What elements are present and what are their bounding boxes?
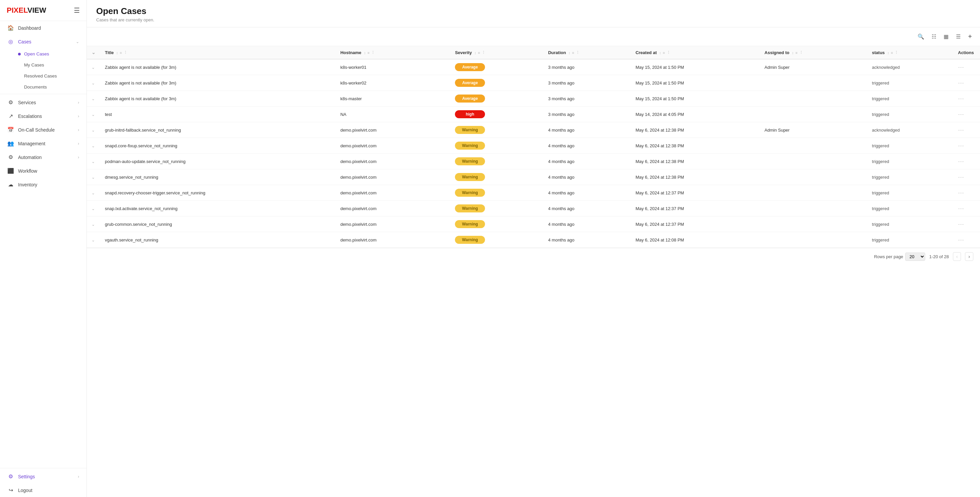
row-actions-button[interactable]: ⋯ — [958, 221, 964, 228]
sidebar-item-dashboard[interactable]: 🏠 Dashboard — [0, 21, 86, 35]
row-actions-button[interactable]: ⋯ — [958, 64, 964, 70]
menu-icon[interactable]: ≡ — [891, 51, 893, 55]
duration-value: 4 months ago — [548, 237, 574, 242]
table-row: ⌄ grub-common.service_not_running demo.p… — [87, 217, 980, 232]
status-value: triggered — [872, 96, 889, 101]
pagination-next-button[interactable]: › — [965, 252, 973, 261]
col-created-at: Created at ↕≡⋮ — [631, 46, 760, 59]
row-expand-icon[interactable]: ⌄ — [92, 81, 95, 86]
hostname-value: NA — [340, 112, 346, 117]
row-expand-icon[interactable]: ⌄ — [92, 191, 95, 195]
sidebar-item-automation[interactable]: ⚙ Automation › — [0, 150, 86, 164]
row-actions-button[interactable]: ⋯ — [958, 205, 964, 212]
sidebar-item-documents[interactable]: Documents — [0, 81, 86, 92]
hamburger-icon[interactable]: ☰ — [74, 6, 80, 14]
table-row: ⌄ Zabbix agent is not available (for 3m)… — [87, 59, 980, 75]
sidebar-item-workflow[interactable]: ⬛ Workflow — [0, 164, 86, 178]
status-value: triggered — [872, 190, 889, 195]
chevron-right-icon: › — [78, 474, 79, 479]
sidebar-item-open-cases[interactable]: Open Cases — [0, 48, 86, 59]
hostname-value: demo.pixelvirt.com — [340, 206, 376, 211]
duration-cell: 4 months ago — [543, 185, 631, 201]
row-expand-icon[interactable]: ⌄ — [92, 97, 95, 101]
more-icon[interactable]: ⋮ — [482, 51, 485, 55]
created-at-value: May 15, 2024 at 1:50 PM — [636, 65, 684, 70]
menu-icon[interactable]: ≡ — [478, 51, 480, 55]
created-at-cell: May 6, 2024 at 12:38 PM — [631, 122, 760, 138]
search-icon[interactable]: 🔍 — [916, 32, 926, 41]
row-actions-button[interactable]: ⋯ — [958, 190, 964, 196]
sidebar-item-label: Automation — [18, 155, 42, 160]
menu-icon[interactable]: ≡ — [120, 51, 122, 55]
row-actions-button[interactable]: ⋯ — [958, 236, 964, 243]
menu-icon[interactable]: ≡ — [572, 51, 574, 55]
row-expand-icon[interactable]: ⌄ — [92, 206, 95, 211]
row-actions-button[interactable]: ⋯ — [958, 174, 964, 180]
sidebar-item-logout[interactable]: ↪ Logout — [0, 483, 86, 497]
sidebar-item-inventory[interactable]: ☁ Inventory — [0, 178, 86, 191]
more-icon[interactable]: ⋮ — [894, 51, 898, 55]
menu-icon[interactable]: ≡ — [368, 51, 369, 55]
expand-cell: ⌄ — [87, 138, 100, 154]
sidebar-item-cases[interactable]: ◎ Cases ⌄ — [0, 35, 86, 48]
more-icon[interactable]: ⋮ — [799, 51, 803, 55]
created-at-value: May 15, 2024 at 1:50 PM — [636, 96, 684, 101]
row-actions-button[interactable]: ⋯ — [958, 95, 964, 102]
sort-icon[interactable]: ↕ — [116, 51, 118, 55]
sort-icon[interactable]: ↕ — [887, 51, 889, 55]
more-icon[interactable]: ⋮ — [371, 51, 375, 55]
row-expand-icon[interactable]: ⌄ — [92, 143, 95, 148]
sort-icon[interactable]: ↕ — [659, 51, 661, 55]
automation-icon: ⚙ — [7, 154, 14, 160]
assigned-to-value: Admin Super — [765, 65, 790, 70]
severity-badge: Average — [455, 94, 485, 102]
logo: PIXELVIEW — [7, 6, 46, 15]
list-icon[interactable]: ☰ — [955, 32, 962, 41]
row-expand-icon[interactable]: ⌄ — [92, 128, 95, 132]
sidebar-item-my-cases[interactable]: My Cases — [0, 59, 86, 70]
sort-icon[interactable]: ↕ — [792, 51, 794, 55]
sidebar-item-settings[interactable]: ⚙ Settings › — [0, 470, 86, 483]
services-icon: ⚙ — [7, 99, 14, 105]
sidebar-subitem-label: Documents — [24, 84, 47, 89]
more-icon[interactable]: ⋮ — [576, 51, 579, 55]
pagination-prev-button[interactable]: ‹ — [953, 252, 961, 261]
sidebar-item-escalations[interactable]: ↗ Escalations › — [0, 109, 86, 123]
severity-badge: Average — [455, 79, 485, 87]
add-icon[interactable]: + — [967, 32, 973, 42]
sort-icon[interactable]: ↕ — [364, 51, 366, 55]
menu-icon[interactable]: ≡ — [795, 51, 797, 55]
sidebar-item-management[interactable]: 👥 Management › — [0, 137, 86, 150]
title-cell: snap.lxd.activate.service_not_running — [100, 201, 336, 217]
more-icon[interactable]: ⋮ — [124, 51, 127, 55]
row-expand-icon[interactable]: ⌄ — [92, 159, 95, 164]
more-icon[interactable]: ⋮ — [667, 51, 670, 55]
cases-table: ⌄ Title ↕≡⋮ Hostname ↕≡⋮ Severity ↕≡⋮ Du… — [87, 46, 980, 248]
actions-cell: ⋯ — [953, 75, 980, 91]
created-at-value: May 6, 2024 at 12:38 PM — [636, 127, 684, 132]
rows-per-page-select[interactable]: 20 50 100 — [905, 253, 925, 261]
row-actions-button[interactable]: ⋯ — [958, 142, 964, 149]
sidebar-item-on-call[interactable]: 📅 On-Call Schedule › — [0, 123, 86, 137]
sidebar-item-resolved-cases[interactable]: Resolved Cases — [0, 70, 86, 81]
filter-icon[interactable]: ☷ — [930, 32, 937, 41]
row-actions-button[interactable]: ⋯ — [958, 80, 964, 86]
row-actions-button[interactable]: ⋯ — [958, 127, 964, 133]
col-expand: ⌄ — [87, 46, 100, 59]
row-expand-icon[interactable]: ⌄ — [92, 238, 95, 242]
row-actions-button[interactable]: ⋯ — [958, 111, 964, 118]
collapse-all-icon[interactable]: ⌄ — [92, 50, 95, 55]
sidebar-item-services[interactable]: ⚙ Services › — [0, 96, 86, 109]
sort-icon[interactable]: ↕ — [568, 51, 571, 55]
col-hostname: Hostname ↕≡⋮ — [336, 46, 450, 59]
divider — [0, 468, 86, 468]
row-expand-icon[interactable]: ⌄ — [92, 175, 95, 180]
menu-icon[interactable]: ≡ — [663, 51, 665, 55]
row-actions-button[interactable]: ⋯ — [958, 158, 964, 165]
row-expand-icon[interactable]: ⌄ — [92, 65, 95, 70]
sort-icon[interactable]: ↕ — [474, 51, 476, 55]
columns-icon[interactable]: ▦ — [942, 32, 950, 41]
row-expand-icon[interactable]: ⌄ — [92, 222, 95, 227]
row-expand-icon[interactable]: ⌄ — [92, 112, 95, 117]
created-at-value: May 6, 2024 at 12:37 PM — [636, 190, 684, 195]
